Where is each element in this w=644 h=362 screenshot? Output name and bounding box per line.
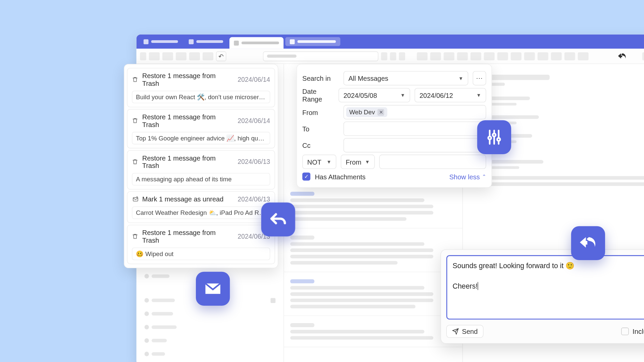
date-range-label: Date Range xyxy=(302,87,334,103)
undo-history-panel: Restore 1 message from Trash2024/06/14Bu… xyxy=(124,64,278,268)
window-tab[interactable] xyxy=(184,37,227,46)
from-label: From xyxy=(302,108,339,116)
toolbar-slot[interactable] xyxy=(457,52,468,60)
sidebar-item[interactable] xyxy=(145,336,276,345)
list-item[interactable] xyxy=(284,272,463,316)
toolbar-slot[interactable] xyxy=(511,52,522,60)
history-item[interactable]: Restore 1 message from Trash2024/06/14Bu… xyxy=(127,68,275,107)
toolbar-slot[interactable] xyxy=(524,52,535,60)
cc-input[interactable] xyxy=(343,138,486,153)
toolbar-slot[interactable] xyxy=(484,52,495,60)
toolbar-slot[interactable] xyxy=(497,52,508,60)
history-item[interactable]: Restore 1 message from Trash2024/06/13A … xyxy=(127,150,275,189)
remove-chip-icon[interactable]: ✕ xyxy=(378,109,384,116)
condition-value-input[interactable] xyxy=(379,155,486,169)
history-item-subject: Top 1% Google engineer advice 📈, high qu… xyxy=(132,132,270,144)
toolbar-slot[interactable] xyxy=(565,52,575,60)
trash-icon xyxy=(132,233,139,240)
toolbar-slot[interactable] xyxy=(399,52,405,60)
history-item[interactable]: Restore 1 message from Trash2024/06/14To… xyxy=(127,109,275,148)
condition-operator-select[interactable]: NOT▼ xyxy=(302,155,336,169)
search-input[interactable] xyxy=(263,51,378,61)
toolbar-slot[interactable] xyxy=(162,52,173,60)
send-button[interactable]: Send xyxy=(446,325,484,338)
toolbar-slot[interactable] xyxy=(642,52,644,60)
history-item-title: Restore 1 message from Trash xyxy=(142,154,234,169)
trash-icon xyxy=(132,159,139,165)
list-item[interactable] xyxy=(284,185,463,229)
toolbar-slot[interactable] xyxy=(578,52,589,60)
toolbar-slot[interactable] xyxy=(471,52,481,60)
include-quoted-label: Include Quoted Text xyxy=(633,327,644,336)
history-item-date: 2024/06/14 xyxy=(238,117,270,124)
has-attachments-checkbox[interactable]: ✓ xyxy=(302,173,310,181)
sidebar-item[interactable] xyxy=(145,350,276,359)
svg-point-1 xyxy=(488,136,491,139)
date-start-select[interactable]: 2024/05/08▼ xyxy=(338,88,410,103)
from-input[interactable]: Web Dev ✕ xyxy=(343,105,486,119)
sidebar-item[interactable] xyxy=(145,323,276,332)
cc-label: Cc xyxy=(302,141,339,149)
toolbar-slot[interactable] xyxy=(538,52,548,60)
toolbar-slot[interactable] xyxy=(140,52,146,60)
history-item-date: 2024/06/14 xyxy=(238,76,270,83)
history-item[interactable]: Restore 1 message from Trash2024/06/13🥴 … xyxy=(127,225,275,264)
toolbar-slot[interactable] xyxy=(417,52,428,60)
date-end-select[interactable]: 2024/06/12▼ xyxy=(415,88,486,103)
history-item-title: Mark 1 message as unread xyxy=(142,195,223,203)
history-item-title: Restore 1 message from Trash xyxy=(142,72,234,87)
trash-icon xyxy=(132,118,139,124)
toolbar-slot[interactable] xyxy=(381,52,387,60)
svg-point-2 xyxy=(493,133,496,136)
history-item-title: Restore 1 message from Trash xyxy=(142,113,234,128)
list-item[interactable] xyxy=(284,228,463,272)
toolbar-slot[interactable] xyxy=(390,52,396,60)
sidebar-item[interactable] xyxy=(145,309,276,318)
filters-feature-icon xyxy=(477,120,511,154)
reply-textarea[interactable]: Sounds great! Looking forward to it 🙂 Ch… xyxy=(446,255,644,319)
list-item[interactable] xyxy=(284,316,463,347)
include-quoted-checkbox[interactable] xyxy=(622,327,629,335)
history-item-title: Restore 1 message from Trash xyxy=(142,229,234,244)
search-in-label: Search in xyxy=(302,74,339,82)
history-item-date: 2024/06/13 xyxy=(238,195,270,202)
window-titlebar xyxy=(137,35,644,49)
quick-reply-panel: Sounds great! Looking forward to it 🙂 Ch… xyxy=(440,249,644,344)
mark-unread-icon xyxy=(132,196,139,202)
toolbar-slot[interactable] xyxy=(149,52,160,60)
from-chip[interactable]: Web Dev ✕ xyxy=(346,107,387,117)
history-item-subject: 🥴 Wiped out xyxy=(132,248,270,260)
history-item[interactable]: Mark 1 message as unread2024/06/13Carrot… xyxy=(127,191,275,223)
has-attachments-label: Has Attachments xyxy=(315,173,366,180)
reply-all-icon[interactable] xyxy=(618,52,627,61)
chevron-up-icon: ⌃ xyxy=(482,174,486,179)
svg-point-3 xyxy=(497,138,500,141)
toolbar-slot[interactable] xyxy=(176,52,186,60)
toolbar-slot[interactable] xyxy=(203,52,213,60)
toolbar-slot[interactable] xyxy=(430,52,441,60)
window-tab-active[interactable] xyxy=(229,37,283,49)
history-item-subject: Build your own React 🛠️, don't use micro… xyxy=(132,91,270,103)
toolbar-slot[interactable] xyxy=(444,52,454,60)
search-in-select[interactable]: All Messages▼ xyxy=(343,71,468,85)
advanced-search-panel: Search in All Messages▼ ⋯ Date Range 202… xyxy=(297,64,492,188)
send-icon xyxy=(452,328,459,335)
trash-icon xyxy=(132,76,139,83)
overflow-icon[interactable]: ⋯ xyxy=(473,71,486,85)
undo-icon[interactable]: ↶ xyxy=(216,51,226,61)
history-item-subject: Carrot Weather Redesign ⛅, iPad Pro Ad R… xyxy=(132,206,270,219)
history-item-date: 2024/06/13 xyxy=(238,158,270,165)
condition-field-select[interactable]: From▼ xyxy=(341,155,375,169)
to-input[interactable] xyxy=(343,122,486,136)
reply-all-feature-icon xyxy=(571,226,605,260)
to-label: To xyxy=(302,125,339,133)
undo-feature-icon xyxy=(261,202,295,236)
show-less-link[interactable]: Show less ⌃ xyxy=(449,173,486,180)
toolbar-slot[interactable] xyxy=(189,52,200,60)
window-tab[interactable] xyxy=(139,37,182,46)
mail-app-icon xyxy=(196,272,230,306)
toolbar-slot[interactable] xyxy=(551,52,562,60)
toolbar: ↶ xyxy=(137,49,644,64)
history-item-subject: A messaging app ahead of its time xyxy=(132,173,270,185)
window-tab[interactable] xyxy=(285,37,340,46)
